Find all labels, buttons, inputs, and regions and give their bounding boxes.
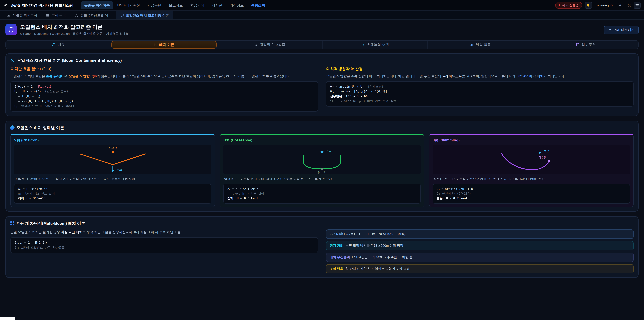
efficiency-function-formula-block: E(θ,U) = 1 - Fleak(Un) Un = U · sin(θ) (… bbox=[10, 81, 318, 112]
tab-diffusion-model-theory[interactable]: 유출유확산모델 이론 bbox=[70, 11, 116, 20]
book-icon bbox=[576, 43, 580, 47]
nav-item-reports[interactable]: 보고자료 bbox=[165, 1, 186, 9]
boom-shape-card-chevron: V형 (Chevron) 집유점 조류 조류 방향 정면에서 양쪽으로 펼친 V… bbox=[10, 134, 215, 207]
chevron-formula-block: AV = L2·sin(2α)/2 α: 반개각, L: 펜스 길이 최적 α … bbox=[14, 184, 211, 204]
efficiency-function-heading: ① 차단 효율 함수 E(θ, U) bbox=[10, 67, 318, 72]
section-tab-optimization-algorithm[interactable]: 최적화 알고리즘 bbox=[217, 41, 322, 49]
card-description: 직선+곡선 조합. 기름을 한쪽으로 편향 유도하여 집유. 강조류에서의 배치… bbox=[433, 177, 629, 181]
card-heading: U형 (Horseshoe) bbox=[224, 138, 420, 143]
navbar-right-cluster: 사고 진행중 Eunjeong Kim 로그아웃 bbox=[555, 2, 641, 9]
page-header: 오일펜스 배치 최적화 알고리즘 이론 Oil Boom Deployment … bbox=[0, 20, 644, 39]
guideline-row-tide: 조석 변화: 창조/낙조 전환 시 오일펜스 방향 재조정 필요 bbox=[326, 264, 634, 273]
card-description: 말굽형으로 기름을 완전 포위. 폐쇄형 구조로 회수 효율 최고, 저조류 해… bbox=[224, 177, 420, 181]
diamond-icon bbox=[10, 125, 15, 130]
code-line: δ: 안전여유각(5°~10°) bbox=[437, 191, 626, 196]
code-line: E = 1 (Un ≤ Uc) bbox=[14, 94, 314, 99]
incident-status-label: 사고 진행중 bbox=[562, 3, 579, 8]
section-tab-overview[interactable]: 개요 bbox=[6, 41, 111, 49]
chart-line-icon bbox=[7, 14, 11, 17]
incident-status-badge[interactable]: 사고 진행중 bbox=[555, 2, 582, 9]
incident-dot-icon bbox=[559, 4, 560, 6]
tab-analysis-list[interactable]: 분석 목록 bbox=[42, 11, 70, 20]
multiboom-theory-column: 단일 오일펜스로 차단 불가한 경우 직렬 다단 배치로 누적 차단 효율을 향… bbox=[10, 229, 318, 273]
code-line: 실용범위: 15° ≤ θ ≤ 60° bbox=[330, 94, 630, 99]
code-line: Un = U · sin(θ) (법선방향 유속) bbox=[14, 89, 314, 94]
hamburger-menu-button[interactable] bbox=[634, 2, 641, 9]
multiboom-formula-block: Etotal = 1 - Π(1-Ei) Ei: i번째 오일펜스 단독 차단효… bbox=[10, 237, 318, 253]
code-line: α: 반개각, L: 펜스 길이 bbox=[18, 191, 207, 196]
code-line: E(θ,U) = 1 - Fleak(Un) bbox=[14, 84, 314, 89]
code-line: E = max(0, 1 - (Un/Uc)2) (Un > Uc) bbox=[14, 99, 314, 104]
bottom-left-white-box bbox=[0, 317, 15, 320]
multiboom-paragraph: 단일 오일펜스로 차단 불가한 경우 직렬 다단 배치로 누적 차단 효율을 향… bbox=[10, 229, 318, 234]
brand-logo-text: Wing bbox=[10, 3, 20, 8]
multiboom-title-row: 다단계 차단선(Multi-Boom) 배치 이론 bbox=[10, 221, 634, 226]
boom-shape-card-horseshoe: U형 (Horseshoe) 조류 회수선 말굽형으로 기름을 완전 포위. 폐… bbox=[220, 134, 424, 207]
flask-icon bbox=[75, 14, 78, 17]
guideline-row-priority: 배치 우선순위: ESI 고등급 구역 보호 → 취수원 → 어항 순 bbox=[326, 253, 634, 262]
chevron-boom-diagram: 집유점 조류 bbox=[14, 145, 211, 174]
code-line: 최적 α ≈ 30°~45° bbox=[18, 196, 207, 200]
grid-icon bbox=[10, 221, 14, 225]
brand-title: 해양환경 위기대응 통합시스템 bbox=[22, 3, 74, 8]
code-line: Uc: 임계유속(약 0.35m/s ≈ 0.7 knot) bbox=[14, 104, 314, 109]
optimal-angle-paragraph: 오일펜스 방향은 조류 방향에 따라 최적화됩니다. 차단 면적과 오일 수집 … bbox=[326, 74, 634, 79]
horseshoe-boom-diagram: 조류 회수선 bbox=[224, 145, 420, 174]
user-name: Eunjeong Kim bbox=[594, 3, 616, 7]
code-line: AU = π·r2/2 + 2r·h bbox=[228, 187, 416, 191]
logout-button[interactable]: 로그아웃 bbox=[618, 3, 631, 8]
svg-text:회수선: 회수선 bbox=[318, 171, 326, 174]
guideline-row-spacing: 단간 거리: 부표 집적 방지를 위해 ≥ 200m 이격 권장 bbox=[326, 241, 634, 250]
nav-item-aerial-search[interactable]: 항공탐색 bbox=[187, 1, 208, 9]
secondary-tab-bar: 유출유 확산분석 분석 목록 유출유확산모델 이론 오일펜스 배치 알고리즘 이… bbox=[0, 11, 644, 20]
horseshoe-formula-block: AU = π·r2/2 + 2r·h r: 반경, h: 직선부 길이 전제: … bbox=[224, 184, 420, 204]
page-title: 오일펜스 배치 최적화 알고리즘 이론 bbox=[20, 24, 129, 31]
code-line: θ* = arcsin(Uc / U) (임계조건) bbox=[330, 84, 630, 89]
pdf-export-button[interactable]: PDF 내보내기 bbox=[604, 26, 639, 34]
guideline-row-serial: 2단 직렬: Etotal = E₁+E₂-E₁·E₂ (예: 70%+70% … bbox=[326, 229, 634, 239]
droplet-icon bbox=[361, 43, 365, 47]
code-line: θopt = argmax [Ablock(θ) · E(θ,U)] bbox=[330, 89, 630, 94]
triangle-ruler-icon bbox=[10, 58, 15, 63]
hamburger-menu-icon bbox=[635, 3, 639, 7]
tab-boom-deployment-theory[interactable]: 오일펜스 배치 알고리즘 이론 bbox=[116, 11, 174, 20]
tab-oil-spill-analysis[interactable]: 유출유 확산분석 bbox=[3, 11, 42, 20]
multiboom-guideline-list: 2단 직렬: Etotal = E₁+E₂-E₁·E₂ (예: 70%+70% … bbox=[326, 229, 634, 273]
containment-efficiency-title-row: 오일펜스 차단 효율 이론 (Boom Containment Efficien… bbox=[10, 58, 634, 63]
nav-item-weather[interactable]: 기상정보 bbox=[226, 1, 247, 9]
code-line: 단, θ < arcsin(Uc/U) 이면 기름 통과 발생 bbox=[330, 99, 630, 104]
optimal-angle-formula-block: θ* = arcsin(Uc / U) (임계조건) θopt = argmax… bbox=[326, 81, 634, 107]
svg-text:회수점: 회수점 bbox=[538, 156, 547, 159]
page-header-text: 오일펜스 배치 최적화 알고리즘 이론 Oil Boom Deployment … bbox=[20, 24, 129, 36]
section-tab-field-application[interactable]: 현장 적용 bbox=[428, 41, 533, 49]
code-line: r: 반경, h: 직선부 길이 bbox=[228, 191, 416, 196]
gear-icon bbox=[254, 43, 258, 47]
shield-icon bbox=[120, 14, 124, 17]
section-tab-bar: 개요 배치 이론 최적화 알고리즘 유체역학 모델 현장 적용 참고문헌 bbox=[5, 40, 639, 49]
section-tab-references[interactable]: 참고문헌 bbox=[533, 41, 638, 49]
globe-icon bbox=[52, 43, 56, 47]
nav-item-board[interactable]: 게시판 bbox=[208, 1, 226, 9]
card-heading: J형 (Skimming) bbox=[433, 138, 630, 143]
efficiency-function-paragraph: 오일펜스의 차단 효율은 조류 유속(U)과 오일펜스 방향각(θ)의 함수입니… bbox=[10, 74, 318, 79]
notification-bell-button[interactable] bbox=[585, 2, 592, 9]
multiboom-panel: 다단계 차단선(Multi-Boom) 배치 이론 단일 오일펜스로 차단 불가… bbox=[5, 216, 639, 278]
list-icon bbox=[46, 14, 50, 17]
nav-item-oil-spill-prediction[interactable]: 유출유 확산예측 bbox=[81, 1, 113, 9]
nav-item-hns-air-diffusion[interactable]: HNS·대기확산 bbox=[114, 1, 143, 9]
nav-item-emergency-rescue[interactable]: 긴급구난 bbox=[144, 1, 165, 9]
section-tab-deployment-theory[interactable]: 배치 이론 bbox=[111, 41, 217, 49]
code-line: AV = L2·sin(2α)/2 bbox=[18, 187, 207, 191]
code-line: Etotal = 1 - Π(1-Ei) bbox=[14, 240, 314, 245]
brand-logo[interactable]: Wing 해양환경 위기대응 통합시스템 bbox=[3, 3, 74, 8]
boom-shapes-title-row: 오일펜스 배치 형태별 이론 bbox=[10, 125, 634, 130]
bar-chart-icon bbox=[470, 43, 474, 47]
shield-icon bbox=[5, 24, 17, 36]
containment-efficiency-panel: 오일펜스 차단 효율 이론 (Boom Containment Efficien… bbox=[5, 53, 639, 116]
card-description: 조류 방향 정면에서 양쪽으로 펼친 V형. 기름을 중앙 집유점으로 유도, … bbox=[15, 177, 211, 181]
skimming-formula-block: θJ = arcsin(Uc/U) + δ δ: 안전여유각(5°~10°) 활… bbox=[433, 184, 630, 204]
nav-item-integrated-search[interactable]: 통합조회 bbox=[248, 1, 268, 9]
section-tab-hydrodynamics-model[interactable]: 유체역학 모델 bbox=[322, 41, 428, 49]
svg-text:조류: 조류 bbox=[544, 150, 549, 153]
triangle-ruler-icon bbox=[154, 43, 157, 47]
